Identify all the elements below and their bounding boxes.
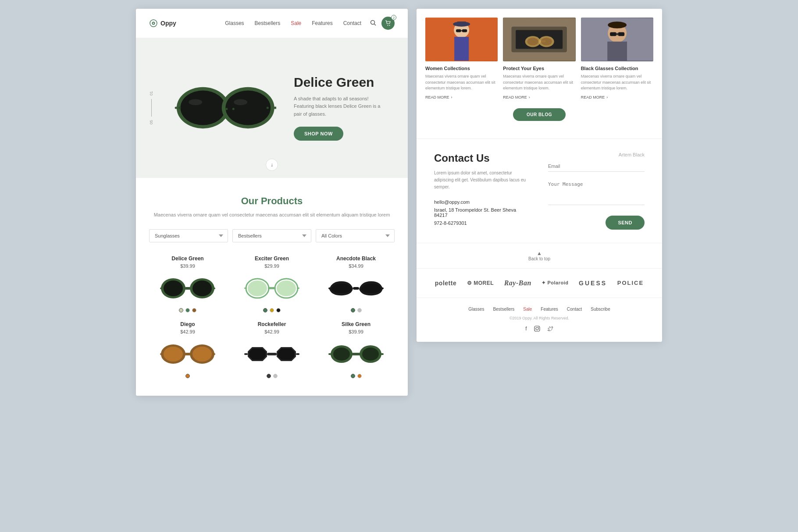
- blog-image-protect: [503, 18, 575, 61]
- svg-rect-76: [607, 42, 627, 61]
- nav-glasses[interactable]: Glasses: [225, 20, 244, 26]
- svg-rect-49: [244, 353, 248, 355]
- instagram-link[interactable]: [534, 326, 540, 333]
- scroll-down-button[interactable]: ↓: [266, 159, 278, 171]
- svg-rect-62: [462, 29, 467, 32]
- shop-now-button[interactable]: SHOP NOW: [294, 127, 343, 141]
- blog-card-title: Women Collections: [425, 66, 498, 71]
- blog-card-black[interactable]: Black Glasses Collection Maecenas viverr…: [581, 18, 653, 99]
- nav-contact[interactable]: Contact: [343, 20, 361, 26]
- product-card[interactable]: Exciter Green $29.99: [233, 255, 310, 312]
- blog-cards: Women Collections Maecenas viverra ornar…: [425, 18, 653, 99]
- product-filters: Sunglasses Eyeglasses Bestsellers Newest…: [149, 229, 395, 242]
- contact-message-input[interactable]: [548, 179, 645, 205]
- hero-product-image: [171, 82, 276, 134]
- svg-point-5: [388, 25, 388, 26]
- blog-card-title: Black Glasses Collection: [581, 66, 653, 71]
- footer-link-sale[interactable]: Sale: [523, 307, 532, 312]
- product-name: Delice Green: [149, 255, 226, 262]
- svg-point-16: [178, 106, 181, 109]
- product-card[interactable]: Silke Green $39.99: [317, 321, 395, 378]
- footer-link-bestsellers[interactable]: Bestsellers: [493, 307, 514, 312]
- footer-link-contact[interactable]: Contact: [567, 307, 582, 312]
- blog-card-women[interactable]: Women Collections Maecenas viverra ornar…: [425, 18, 498, 99]
- nav-bestsellers[interactable]: Bestsellers: [255, 20, 281, 26]
- svg-point-17: [267, 106, 269, 109]
- read-more-link[interactable]: READ MORE ›: [581, 95, 653, 99]
- svg-rect-57: [381, 353, 384, 355]
- product-price: $34.99: [317, 263, 395, 269]
- blog-section: Women Collections Maecenas viverra ornar…: [417, 9, 662, 138]
- arrow-icon: ›: [606, 95, 608, 99]
- our-blog-button[interactable]: OUR BLOG: [513, 108, 566, 121]
- read-more-label: READ MORE: [503, 95, 527, 99]
- contact-description: Lorem ipsum dolor sit amet, consectetur …: [434, 170, 531, 191]
- contact-address: Israel, 18 Troompeldor St. Beer Sheva 84…: [434, 207, 531, 218]
- blog-card-text: Maecenas viverra ornare quam vel consect…: [581, 74, 653, 92]
- svg-point-3: [371, 20, 375, 24]
- nav-actions: 2: [370, 17, 395, 30]
- read-more-link[interactable]: READ MORE ›: [425, 95, 498, 99]
- svg-rect-43: [213, 353, 215, 355]
- product-colors: [317, 374, 395, 378]
- product-image: [149, 273, 226, 304]
- svg-rect-13: [272, 106, 276, 109]
- svg-rect-46: [267, 353, 277, 355]
- brand-polaroid: ✦ Polaroid: [542, 280, 568, 286]
- svg-point-41: [192, 347, 212, 362]
- nav-sale[interactable]: Sale: [291, 20, 301, 26]
- product-name: Exciter Green: [233, 255, 310, 262]
- logo[interactable]: Oppy: [149, 19, 176, 28]
- product-colors: [317, 308, 395, 312]
- category-filter[interactable]: Sunglasses Eyeglasses: [149, 229, 228, 242]
- facebook-link[interactable]: f: [525, 326, 527, 333]
- sort-filter[interactable]: Bestsellers Newest: [232, 229, 311, 242]
- svg-point-73: [541, 38, 552, 46]
- svg-rect-56: [328, 353, 331, 355]
- send-button[interactable]: SEND: [606, 216, 645, 230]
- product-name: Rockefeller: [233, 321, 310, 327]
- brands-section: polette ⚙ MOREL Ray-Ban ✦ Polaroid GUESS…: [417, 268, 662, 298]
- logo-text: Oppy: [160, 20, 176, 27]
- blog-card-protect[interactable]: Protect Your Eyes Maecenas viverra ornar…: [503, 18, 575, 99]
- products-subtitle: Maecenas viverra ornare quam vel consect…: [149, 211, 395, 219]
- svg-rect-78: [618, 32, 624, 36]
- svg-rect-53: [352, 353, 360, 355]
- contact-email-input[interactable]: [548, 161, 645, 172]
- svg-point-70: [527, 38, 538, 46]
- cart-button[interactable]: 2: [381, 17, 395, 30]
- svg-line-4: [374, 24, 376, 25]
- products-section: Our Products Maecenas viverra ornare qua…: [136, 178, 408, 396]
- svg-rect-39: [185, 353, 191, 355]
- read-more-label: READ MORE: [425, 95, 449, 99]
- svg-point-14: [225, 108, 228, 110]
- product-card[interactable]: Anecdote Black $34.99: [317, 255, 395, 312]
- svg-rect-65: [457, 21, 466, 26]
- svg-point-21: [164, 280, 183, 296]
- product-image: [317, 339, 395, 369]
- svg-rect-79: [616, 33, 618, 35]
- product-name: Anecdote Black: [317, 255, 395, 262]
- product-card[interactable]: Diego $42.99: [149, 321, 226, 378]
- product-price: $42.99: [149, 329, 226, 334]
- footer-link-glasses[interactable]: Glasses: [468, 307, 484, 312]
- product-price: $42.99: [233, 329, 310, 334]
- twitter-link[interactable]: [547, 326, 553, 333]
- search-button[interactable]: [370, 20, 376, 27]
- product-card[interactable]: Rockefeller $42.99: [233, 321, 310, 378]
- hero-content: Delice Green A shade that adapts to all …: [294, 75, 395, 141]
- footer-link-features[interactable]: Features: [541, 307, 558, 312]
- read-more-link[interactable]: READ MORE ›: [503, 95, 575, 99]
- blog-card-title: Protect Your Eyes: [503, 66, 575, 71]
- product-card[interactable]: Delice Green $39.99: [149, 255, 226, 312]
- right-panel: Women Collections Maecenas viverra ornar…: [417, 9, 662, 342]
- product-colors: [149, 374, 226, 378]
- footer-link-subscribe[interactable]: Subscribe: [591, 307, 610, 312]
- nav-features[interactable]: Features: [312, 20, 332, 26]
- svg-point-52: [333, 348, 350, 361]
- arrow-icon: ›: [451, 95, 452, 99]
- svg-rect-26: [213, 287, 215, 289]
- back-to-top[interactable]: ▲ Back to top: [417, 243, 662, 268]
- svg-point-82: [536, 327, 538, 330]
- color-filter[interactable]: All Colors Green Black: [316, 229, 395, 242]
